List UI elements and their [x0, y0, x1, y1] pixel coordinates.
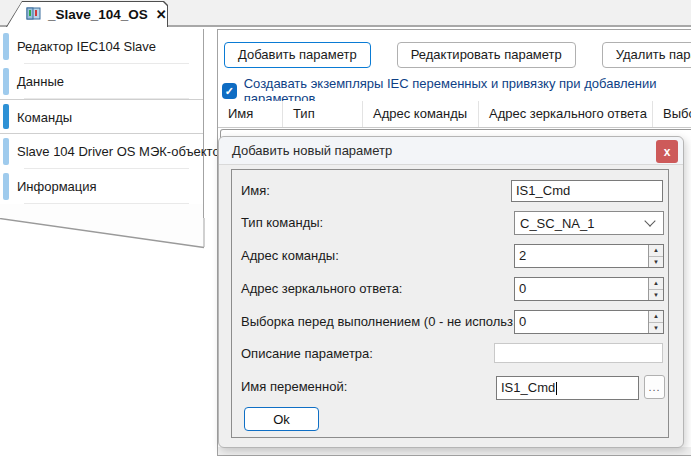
tab-title: _Slave_104_OS — [48, 7, 148, 22]
select-before-execute-spinner[interactable]: 0 ▲ ▼ — [514, 310, 664, 334]
tab-bar: _Slave_104_OS ✕ — [0, 0, 691, 27]
select-before-execute-value: 0 — [515, 311, 648, 333]
sidebar-item-mek-objects[interactable]: Slave 104 Driver OS МЭК-объектов — [0, 134, 203, 169]
variable-name-label: Имя переменной: — [241, 378, 347, 396]
column-header-mirror-address[interactable]: Адрес зеркального ответа — [479, 101, 653, 127]
accent-bar — [3, 68, 9, 95]
sidebar-item-commands[interactable]: Команды — [0, 99, 203, 134]
accent-bar — [3, 104, 9, 129]
spin-up-icon[interactable]: ▲ — [649, 278, 663, 290]
browse-button[interactable]: ... — [644, 375, 665, 399]
add-parameter-dialog: Добавить новый параметр x Имя: IS1_Cmd Т… — [218, 136, 684, 448]
sidebar-item-info[interactable]: Информация — [0, 169, 203, 204]
sidebar-item-editor[interactable]: Редактор IEC104 Slave — [0, 29, 203, 64]
spin-down-icon[interactable]: ▼ — [649, 257, 663, 268]
sidebar-extension — [0, 204, 204, 218]
spin-up-icon[interactable]: ▲ — [649, 311, 663, 323]
command-address-value: 2 — [515, 245, 648, 267]
sidebar-item-label: Редактор IEC104 Slave — [17, 39, 156, 54]
check-icon: ✓ — [225, 86, 234, 97]
name-value: IS1_Cmd — [516, 183, 570, 198]
description-input[interactable] — [494, 343, 663, 363]
sidebar-slant-edge — [0, 218, 206, 252]
add-parameter-button[interactable]: Добавить параметр — [224, 42, 371, 68]
mirror-address-label: Адрес зеркального ответа: — [241, 280, 402, 298]
accent-bar — [3, 138, 9, 165]
panel-bottom-strip — [218, 447, 691, 455]
tab-slave-104-os[interactable]: _Slave_104_OS ✕ — [6, 1, 168, 27]
column-header-select[interactable]: Выборка — [653, 101, 691, 127]
command-type-value: C_SC_NA_1 — [515, 216, 646, 231]
command-address-spinner[interactable]: 2 ▲ ▼ — [514, 244, 664, 268]
ok-button[interactable]: Ok — [244, 407, 319, 431]
sidebar: Редактор IEC104 Slave Данные Команды Sla… — [0, 29, 204, 204]
edit-parameter-button[interactable]: Редактировать параметр — [397, 42, 576, 68]
dialog-close-button[interactable]: x — [656, 140, 678, 163]
text-caret — [556, 382, 557, 395]
app-window: _Slave_104_OS ✕ Редактор IEC104 Slave Да… — [0, 0, 691, 456]
sidebar-item-label: Данные — [17, 74, 64, 89]
column-header-type[interactable]: Тип — [283, 101, 363, 127]
accent-bar — [3, 33, 9, 60]
mirror-address-spinner[interactable]: 0 ▲ ▼ — [514, 277, 664, 301]
table-header: Имя Тип Адрес команды Адрес зеркального … — [218, 101, 691, 128]
toolbar: Добавить параметр Редактировать параметр… — [224, 42, 691, 68]
sidebar-item-label: Информация — [17, 179, 97, 194]
spin-down-icon[interactable]: ▼ — [649, 323, 663, 334]
description-label: Описание параметра: — [241, 345, 373, 363]
sidebar-item-data[interactable]: Данные — [0, 64, 203, 99]
command-type-select[interactable]: C_SC_NA_1 — [514, 211, 664, 235]
column-header-name[interactable]: Имя — [218, 101, 283, 127]
accent-bar — [3, 173, 9, 200]
command-address-label: Адрес команды: — [241, 247, 339, 265]
chevron-down-icon — [644, 215, 655, 226]
checkbox-checked[interactable]: ✓ — [222, 83, 237, 99]
name-input[interactable]: IS1_Cmd — [511, 180, 663, 202]
spin-down-icon[interactable]: ▼ — [649, 290, 663, 301]
mirror-address-value: 0 — [515, 278, 648, 300]
sidebar-item-label: Slave 104 Driver OS МЭК-объектов — [17, 144, 227, 159]
spin-up-icon[interactable]: ▲ — [649, 245, 663, 257]
driver-icon — [26, 5, 42, 24]
variable-name-input[interactable]: IS1_Cmd — [496, 376, 639, 400]
delete-parameter-button[interactable]: Удалить параметр — [602, 42, 691, 68]
dialog-title: Добавить новый параметр — [219, 137, 683, 165]
name-label: Имя: — [241, 182, 270, 200]
sidebar-item-label: Команды — [17, 110, 72, 125]
variable-name-value: IS1_Cmd — [501, 380, 555, 395]
tab-close-icon[interactable]: ✕ — [154, 7, 169, 22]
command-type-label: Тип команды: — [241, 214, 323, 232]
select-before-execute-label: Выборка перед выполнением (0 - не исполь… — [241, 313, 547, 331]
column-header-command-address[interactable]: Адрес команды — [363, 101, 479, 127]
